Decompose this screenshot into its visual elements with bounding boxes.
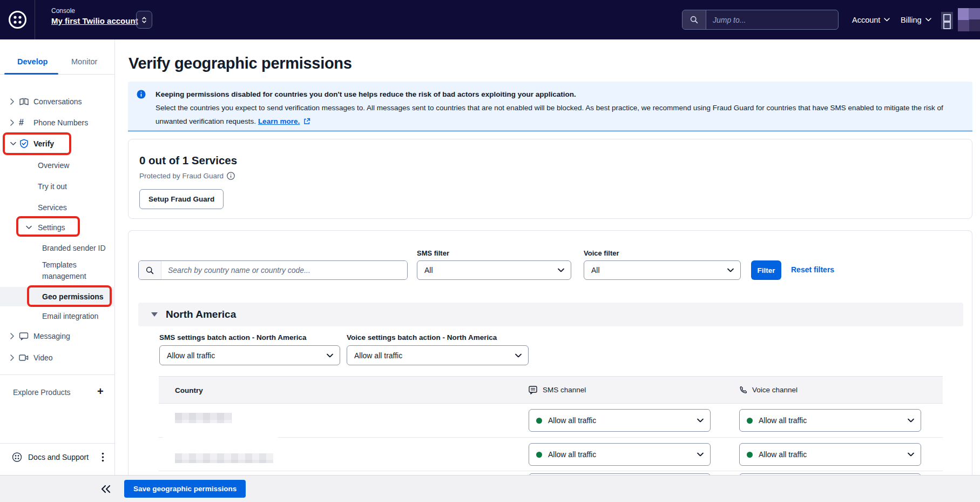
account-menu[interactable]: Account (852, 0, 890, 39)
learn-more-link[interactable]: Learn more. (258, 117, 300, 125)
triangle-down-icon (151, 312, 158, 317)
tab-develop[interactable]: Develop (17, 57, 48, 66)
services-subtitle: Protected by Fraud Guard (139, 172, 235, 180)
video-camera-icon (19, 354, 29, 362)
twilio-console-screen: Console My first Twilio account Account … (0, 0, 980, 502)
sms-bubble-icon (529, 386, 538, 394)
region-name: North America (166, 309, 236, 320)
chevron-down-icon (727, 269, 734, 272)
verify-shield-icon (19, 139, 29, 149)
chevron-down-icon (925, 18, 931, 22)
row1-sms-select[interactable]: Allow all traffic (529, 409, 711, 432)
geo-permissions-card: SMS filter All Voice filter All Filter R… (128, 230, 972, 502)
user-avatar[interactable] (958, 8, 980, 31)
chevron-down-icon (908, 419, 914, 423)
sidebar-divider (0, 374, 115, 375)
chevron-down-icon (908, 453, 914, 457)
banner-headline: Keeping permissions disabled for countri… (156, 88, 576, 101)
billing-menu[interactable]: Billing (901, 0, 931, 39)
main-content: Verify geographic permissions Keeping pe… (115, 39, 980, 502)
redaction-patch (163, 423, 278, 453)
setup-fraud-guard-button[interactable]: Setup Fraud Guard (139, 189, 224, 209)
collapse-sidebar-button[interactable] (97, 480, 114, 498)
services-card: 0 out of 1 Services Protected by Fraud G… (128, 139, 972, 219)
conversations-icon (19, 97, 29, 106)
chevron-right-icon (10, 98, 14, 105)
chevron-down-icon (327, 353, 333, 357)
docs-and-support[interactable]: Docs and Support (0, 443, 115, 470)
chevron-down-icon (697, 453, 704, 457)
sidebar-item-video[interactable]: Video (0, 350, 115, 365)
column-voice-channel: Voice channel (739, 386, 797, 394)
top-navbar: Console My first Twilio account Account … (0, 0, 980, 39)
country-search-input[interactable] (161, 261, 407, 279)
sidebar-item-phone-numbers[interactable]: # Phone Numbers (0, 115, 115, 130)
chevron-down-icon (515, 353, 522, 357)
sidebar-item-settings[interactable]: Settings (0, 220, 115, 235)
explore-products-label[interactable]: Explore Products (13, 388, 71, 397)
chevron-right-icon (10, 354, 14, 361)
country-search[interactable] (138, 260, 408, 280)
banner-body: Select the countries you expect to send … (156, 101, 949, 129)
sms-filter-label: SMS filter (417, 249, 449, 257)
sidebar-item-try-it-out[interactable]: Try it out (0, 179, 115, 194)
up-down-chevrons-icon (141, 16, 147, 24)
chevron-down-icon (884, 18, 890, 22)
twilio-logo-icon[interactable] (8, 10, 27, 31)
sidebar-item-email-integration[interactable]: Email integration (0, 309, 115, 324)
reset-filters-link[interactable]: Reset filters (791, 265, 834, 274)
status-dot-green (536, 452, 542, 458)
row1-voice-select[interactable]: Allow all traffic (739, 409, 921, 432)
filter-button[interactable]: Filter (751, 260, 781, 280)
sidebar-item-templates-management[interactable]: Templates management (0, 255, 115, 287)
console-label: Console (51, 7, 75, 15)
chevron-down-icon (558, 269, 564, 272)
sidebar-item-branded-sender-id[interactable]: Branded sender ID (0, 240, 115, 256)
sidebar-item-geo-permissions[interactable]: Geo permissions (0, 289, 115, 304)
column-country: Country (175, 386, 203, 394)
status-dot-green (747, 418, 753, 424)
row2-sms-select[interactable]: Allow all traffic (529, 443, 711, 466)
kebab-menu-icon[interactable] (102, 452, 104, 462)
jump-to-search[interactable] (682, 10, 839, 30)
tab-monitor[interactable]: Monitor (71, 57, 97, 66)
column-sms-channel: SMS channel (529, 386, 586, 394)
account-name-link[interactable]: My first Twilio account (51, 16, 138, 25)
info-icon (137, 90, 146, 99)
search-icon (682, 10, 706, 29)
page-title: Verify geographic permissions (129, 55, 352, 72)
table-row: Allow all traffic Allow all traffic (159, 404, 943, 437)
sms-batch-select[interactable]: Allow all traffic (159, 345, 340, 365)
sidebar-item-conversations[interactable]: Conversations (0, 94, 115, 109)
row2-voice-select[interactable]: Allow all traffic (739, 443, 921, 466)
sidebar-item-verify[interactable]: Verify (0, 136, 115, 151)
sidebar-item-services[interactable]: Services (0, 200, 115, 215)
info-outline-icon[interactable] (227, 172, 235, 180)
info-banner: Keeping permissions disabled for countri… (128, 82, 972, 132)
sidebar: Develop Monitor Conversations # Phone Nu… (0, 39, 115, 476)
jump-to-input[interactable] (706, 10, 838, 29)
region-header-north-america[interactable]: North America (138, 303, 963, 326)
chevron-right-icon (10, 333, 14, 339)
status-dot-green (747, 452, 753, 458)
messaging-icon (19, 332, 29, 340)
hash-icon: # (19, 118, 24, 128)
voice-batch-select[interactable]: Allow all traffic (347, 345, 529, 365)
add-product-button[interactable]: + (97, 385, 104, 398)
lifebuoy-icon (12, 452, 22, 462)
sidebar-item-messaging[interactable]: Messaging (0, 329, 115, 344)
services-count: 0 out of 1 Services (139, 154, 237, 167)
navbar-divider (35, 0, 35, 39)
chevron-right-icon (10, 119, 14, 126)
sms-filter-select[interactable]: All (417, 260, 571, 280)
save-geographic-permissions-button[interactable]: Save geographic permissions (124, 480, 246, 498)
voice-filter-select[interactable]: All (584, 260, 741, 280)
phone-icon (739, 386, 748, 394)
chevron-down-icon (26, 226, 32, 230)
status-dot-green (536, 418, 542, 424)
redacted-pixelated-element (941, 12, 953, 29)
account-switcher-button[interactable] (136, 11, 152, 29)
chevron-down-icon (10, 142, 16, 146)
table-header-row: Country SMS channel Voice channel (159, 376, 943, 404)
sidebar-item-overview[interactable]: Overview (0, 158, 115, 173)
